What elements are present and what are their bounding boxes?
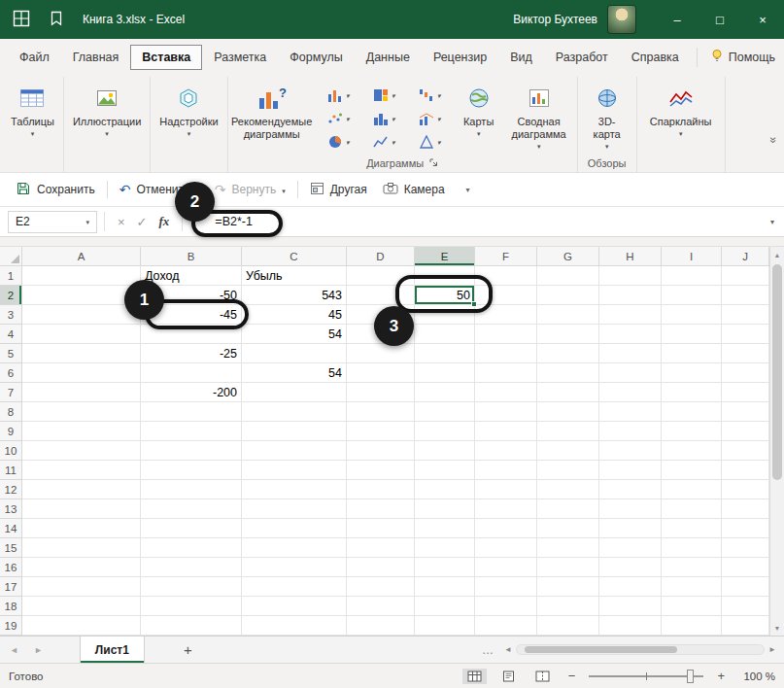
cell-F14[interactable] <box>475 519 537 538</box>
cell-G3[interactable] <box>537 305 599 325</box>
cell-E5[interactable] <box>415 344 475 363</box>
scroll-up-icon[interactable]: ▲ <box>770 247 784 262</box>
cell-E8[interactable] <box>415 402 475 422</box>
column-chart-button[interactable]: ▾ <box>316 84 361 107</box>
cell-H3[interactable] <box>599 305 662 325</box>
cell-J15[interactable] <box>722 538 769 558</box>
cell-F7[interactable] <box>475 383 537 402</box>
cell-E19[interactable] <box>415 616 475 636</box>
collapse-ribbon-icon[interactable]: » <box>767 137 781 144</box>
cell-I18[interactable] <box>662 597 722 616</box>
cell-C1[interactable]: Убыль <box>242 266 347 286</box>
cell-D16[interactable] <box>347 558 415 577</box>
cell-B6[interactable] <box>141 363 242 383</box>
row-header-13[interactable]: 13 <box>0 499 22 519</box>
maximize-button[interactable]: □ <box>699 0 741 39</box>
cell-A15[interactable] <box>22 538 141 558</box>
cell-H18[interactable] <box>599 597 662 616</box>
cell-J18[interactable] <box>722 597 769 616</box>
cell-B8[interactable] <box>141 402 242 422</box>
cell-B11[interactable] <box>141 461 242 480</box>
cell-B12[interactable] <box>141 480 242 499</box>
cell-G18[interactable] <box>537 597 599 616</box>
cell-A14[interactable] <box>22 519 141 538</box>
pie-chart-button[interactable]: ▾ <box>316 130 361 154</box>
pivot-chart-button[interactable]: Сводная диаграмма ▾ <box>503 78 575 155</box>
column-header-H[interactable]: H <box>599 247 662 266</box>
cell-A17[interactable] <box>22 577 141 597</box>
cell-G6[interactable] <box>537 363 599 383</box>
cell-A8[interactable] <box>22 402 141 422</box>
cell-B18[interactable] <box>141 597 242 616</box>
cell-H17[interactable] <box>599 577 662 597</box>
cell-E6[interactable] <box>415 363 475 383</box>
row-header-11[interactable]: 11 <box>0 461 22 480</box>
ribbon-tab-Файл[interactable]: Файл <box>8 45 61 70</box>
cell-F17[interactable] <box>475 577 537 597</box>
cell-A2[interactable] <box>22 286 141 305</box>
cell-H12[interactable] <box>599 480 662 499</box>
row-header-19[interactable]: 19 <box>0 616 22 636</box>
cell-I14[interactable] <box>662 519 722 538</box>
cell-F9[interactable] <box>475 422 537 441</box>
cell-E7[interactable] <box>415 383 475 402</box>
cell-A4[interactable] <box>22 325 141 344</box>
other-button[interactable]: Другая <box>302 178 375 202</box>
expand-formula-bar-icon[interactable]: ▾ <box>770 218 774 226</box>
cell-J1[interactable] <box>722 266 769 286</box>
cell-F4[interactable] <box>475 325 537 344</box>
cell-C7[interactable] <box>242 383 347 402</box>
zoom-level[interactable]: 100 % <box>738 671 775 682</box>
hierarchy-chart-button[interactable]: ▾ <box>361 84 407 107</box>
cell-A7[interactable] <box>22 383 141 402</box>
cell-I9[interactable] <box>662 422 722 441</box>
maps-button[interactable]: Карты ▾ <box>455 78 503 155</box>
cell-E10[interactable] <box>415 441 475 461</box>
cell-C17[interactable] <box>242 577 347 597</box>
cell-B13[interactable] <box>141 499 242 519</box>
cell-J7[interactable] <box>722 383 769 402</box>
row-header-7[interactable]: 7 <box>0 383 22 402</box>
cell-D10[interactable] <box>347 441 415 461</box>
cell-I5[interactable] <box>662 344 722 363</box>
cell-F18[interactable] <box>475 597 537 616</box>
cell-J11[interactable] <box>722 461 769 480</box>
row-header-16[interactable]: 16 <box>0 558 22 577</box>
column-header-E[interactable]: E <box>415 247 475 266</box>
scatter-chart-button[interactable]: ▾ <box>316 107 361 130</box>
cell-A13[interactable] <box>22 499 141 519</box>
minimize-button[interactable]: – <box>656 0 699 39</box>
row-header-12[interactable]: 12 <box>0 480 22 499</box>
cell-B19[interactable] <box>141 616 242 636</box>
cell-H13[interactable] <box>599 499 662 519</box>
cell-G15[interactable] <box>537 538 599 558</box>
cell-G7[interactable] <box>537 383 599 402</box>
cell-C18[interactable] <box>242 597 347 616</box>
close-button[interactable]: × <box>741 0 784 39</box>
sheet-nav-left-icon[interactable]: ◄ <box>10 645 18 655</box>
row-header-6[interactable]: 6 <box>0 363 22 383</box>
cell-D19[interactable] <box>347 616 415 636</box>
cell-F19[interactable] <box>475 616 537 636</box>
cell-J8[interactable] <box>722 402 769 422</box>
row-header-18[interactable]: 18 <box>0 597 22 616</box>
cell-D18[interactable] <box>347 597 415 616</box>
cell-J2[interactable] <box>722 286 769 305</box>
cell-H8[interactable] <box>599 402 662 422</box>
cell-H7[interactable] <box>599 383 662 402</box>
cell-E4[interactable] <box>415 325 475 344</box>
cell-I19[interactable] <box>662 616 722 636</box>
column-header-G[interactable]: G <box>537 247 599 266</box>
cell-G19[interactable] <box>537 616 599 636</box>
cell-F12[interactable] <box>475 480 537 499</box>
cell-G13[interactable] <box>537 499 599 519</box>
ribbon-tab-Данные[interactable]: Данные <box>355 45 422 70</box>
vertical-scrollbar-thumb[interactable] <box>772 264 782 480</box>
cell-D13[interactable] <box>347 499 415 519</box>
dialog-launcher-icon[interactable] <box>428 157 438 169</box>
cell-I16[interactable] <box>662 558 722 577</box>
cell-H2[interactable] <box>599 286 662 305</box>
cell-I15[interactable] <box>662 538 722 558</box>
cell-I4[interactable] <box>662 325 722 344</box>
cell-G8[interactable] <box>537 402 599 422</box>
